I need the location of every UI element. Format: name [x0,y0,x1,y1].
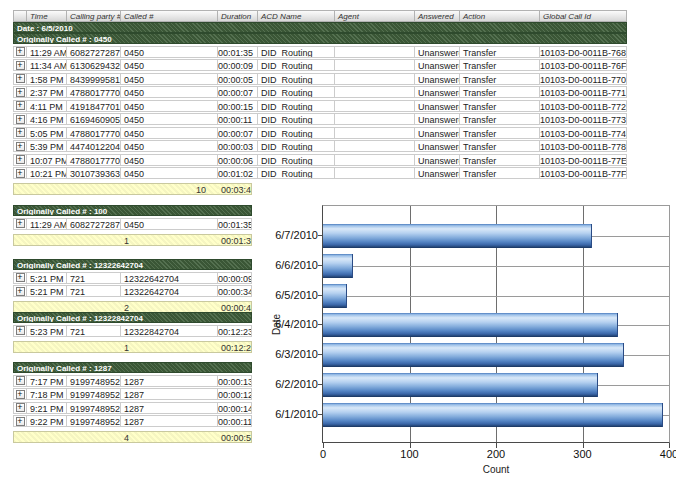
date-group-band: Date : 6/5/2010 [13,22,627,33]
cell-time: 9:21 PM [27,402,67,414]
cell-calling: 4474012204 [67,140,121,152]
table-row: +5:05 PM4788017770045000:00:07DID_Routin… [13,127,627,139]
table-row: +9:21 PM9199748952128700:00:14 [13,402,252,414]
y-axis-tick [318,235,323,236]
cell-duration: 00:00:13 [218,375,252,387]
cell-agent [335,73,415,85]
call-detail-table: TimeCalling party #Called #DurationACD N… [13,10,627,195]
cell-called: 0450 [121,86,218,98]
table-row: +11:29 AM6082727287045000:01:35DID_Routi… [13,46,627,58]
cell-acd: DID_Routing [258,127,335,139]
expand-row-button[interactable]: + [16,287,25,296]
cell-duration: 00:01:35 [218,46,258,58]
group-header-band: Originally Called # : 12322842704 [13,312,252,323]
expand-row-button[interactable]: + [16,219,25,228]
cell-calling: 721 [67,325,121,337]
expand-row-button[interactable]: + [16,115,25,124]
bar-6-4-2010 [323,313,618,337]
cell-acd: DID_Routing [258,167,335,179]
cell-called: 12322642704 [121,272,218,284]
expand-row-button[interactable]: + [16,88,25,97]
group-summary-row: 1000:03:40 [13,183,627,195]
x-tick-label: 300 [563,448,603,460]
cell-calling: 4788017770 [67,127,121,139]
cell-called: 0450 [121,59,218,71]
cell-time: 11:29 AM [27,218,67,230]
x-axis-title: Count [323,464,669,475]
bar-6-1-2010 [323,403,663,427]
y-tick-label: 6/2/2010 [248,377,318,391]
expand-cell: + [13,59,27,71]
group-100: Originally Called # : 100+11:29 AM608272… [13,205,252,246]
cell-time: 7:18 PM [27,388,67,400]
table-row: +5:21 PM7211232264270400:00:34 [13,285,252,297]
cell-calling: 721 [67,272,121,284]
cell-calling: 4191847701 [67,100,121,112]
x-tick-label: 100 [390,448,430,460]
y-tick-label: 6/1/2010 [248,407,318,421]
expand-row-button[interactable]: + [16,155,25,164]
category-gridline [323,296,669,297]
expand-row-button[interactable]: + [16,390,25,399]
expand-row-button[interactable]: + [16,74,25,83]
x-tick-label: 0 [303,448,343,460]
expand-cell: + [13,140,27,152]
cell-duration: 00:01:35 [218,218,252,230]
group-12322642704: Originally Called # : 12322642704+5:21 P… [13,259,252,313]
expand-row-button[interactable]: + [16,376,25,385]
group-0450: Originally Called # : 0450+11:29 AM60827… [13,33,627,195]
cell-called: 1287 [121,402,218,414]
column-header-global-call-id: Global Call Id [540,10,627,22]
table-row: +10:07 PM4788017770045000:00:06DID_Routi… [13,154,627,166]
expand-row-button[interactable]: + [16,273,25,282]
cell-acd: DID_Routing [258,86,335,98]
cell-time: 1:58 PM [27,73,67,85]
cell-duration: 00:00:05 [218,73,258,85]
cell-action: Transfer [460,127,540,139]
cell-calling: 6169460905 [67,113,121,125]
summary-total-duration: 00:12:23 [218,341,252,353]
table-row: +5:39 PM4474012204045000:00:03DID_Routin… [13,140,627,152]
cell-called: 0450 [121,167,218,179]
y-axis-tick [318,384,323,385]
table-row: +5:21 PM7211232264270400:00:09 [13,272,252,284]
expand-cell: + [13,113,27,125]
expand-cell: + [13,325,27,337]
cell-calling: 9199748952 [67,375,121,387]
y-tick-label: 6/6/2010 [248,258,318,272]
cell-answered: Unanswered [415,113,460,125]
cell-calling: 6082727287 [67,46,121,58]
expand-row-button[interactable]: + [16,417,25,426]
group-header-band: Originally Called # : 12322642704 [13,259,252,270]
call-report-page: TimeCalling party #Called #DurationACD N… [0,0,676,485]
table-row: +5:23 PM7211232284270400:12:23 [13,325,252,337]
cell-calling: 4788017770 [67,154,121,166]
group-header-band: Originally Called # : 1287 [13,362,252,373]
summary-count: 10 [121,183,218,195]
expand-row-button[interactable]: + [16,142,25,151]
summary-spacer [13,183,121,195]
y-tick-label: 6/3/2010 [248,347,318,361]
cell-called: 12322842704 [121,325,218,337]
summary-spacer [13,234,121,246]
cell-calling: 4788017770 [67,86,121,98]
expand-row-button[interactable]: + [16,403,25,412]
cell-calling: 721 [67,285,121,297]
cell-called: 1287 [121,388,218,400]
expand-row-button[interactable]: + [16,169,25,178]
cell-calling: 3010739363 [67,167,121,179]
expand-cell: + [13,73,27,85]
cell-called: 0450 [121,46,218,58]
cell-answered: Unanswered [415,59,460,71]
cell-action: Transfer [460,140,540,152]
expand-row-button[interactable]: + [16,61,25,70]
expand-row-button[interactable]: + [16,326,25,335]
cell-acd: DID_Routing [258,113,335,125]
expand-row-button[interactable]: + [16,101,25,110]
cell-acd: DID_Routing [258,100,335,112]
column-header-duration: Duration [218,10,258,22]
expand-row-button[interactable]: + [16,128,25,137]
cell-duration: 00:00:09 [218,59,258,71]
expand-row-button[interactable]: + [16,47,25,56]
cell-action: Transfer [460,86,540,98]
